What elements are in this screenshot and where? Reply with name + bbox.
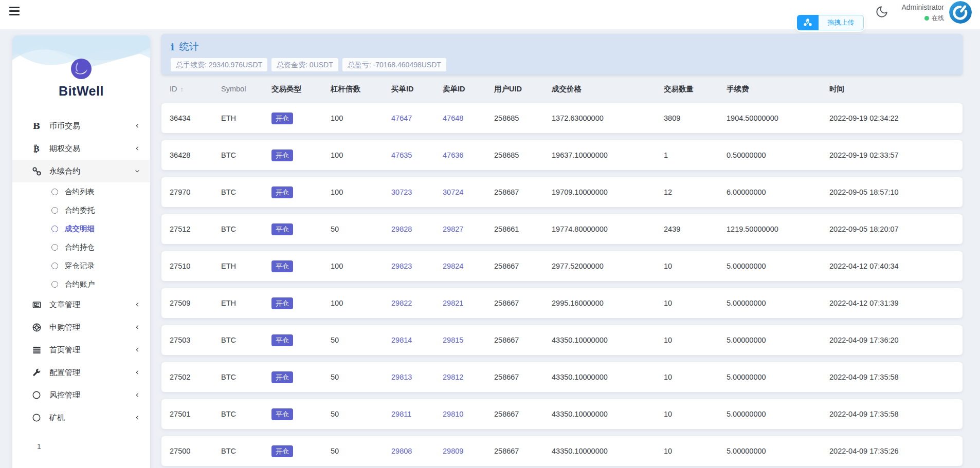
sidebar-item-label: 永续合约 bbox=[49, 166, 134, 176]
cell-trade-type: 平仓 bbox=[271, 260, 331, 272]
cell-sell-id-link[interactable]: 29824 bbox=[443, 262, 494, 270]
cell-trade-type: 开仓 bbox=[271, 149, 331, 161]
cell-uid: 258667 bbox=[494, 299, 552, 307]
sidebar-item-articles[interactable]: 文章管理 bbox=[12, 293, 150, 316]
sidebar-item-risk[interactable]: 风控管理 bbox=[12, 384, 150, 406]
online-status-dot bbox=[924, 16, 929, 21]
column-header-uid: 用户UID bbox=[494, 84, 552, 94]
table-row: 27970 BTC 开仓 100 30723 30724 258687 1970… bbox=[161, 177, 963, 207]
wrench-icon bbox=[31, 368, 42, 377]
cell-leverage: 50 bbox=[331, 336, 391, 344]
cell-sell-id-link[interactable]: 29809 bbox=[443, 447, 494, 455]
sidebar-subitem-contract-orders[interactable]: 合约委托 bbox=[12, 201, 150, 219]
sidebar-item-coin-trade[interactable]: B 币币交易 bbox=[12, 115, 150, 137]
chevron-left-icon bbox=[134, 369, 141, 376]
sidebar-item-label: 币币交易 bbox=[49, 121, 134, 131]
stacked-lines-icon bbox=[31, 345, 42, 355]
newspaper-icon bbox=[31, 300, 42, 310]
user-block[interactable]: Administrator 在线 bbox=[902, 3, 944, 23]
cell-buy-id-link[interactable]: 29813 bbox=[391, 373, 443, 381]
cell-time: 2022-04-12 07:40:34 bbox=[829, 262, 954, 270]
cell-time: 2022-09-05 18:20:07 bbox=[829, 225, 954, 233]
cell-sell-id-link[interactable]: 47636 bbox=[443, 151, 494, 159]
trade-type-badge: 平仓 bbox=[271, 408, 293, 420]
sidebar-subitem-trade-details[interactable]: 成交明细 bbox=[12, 219, 150, 238]
cell-symbol: BTC bbox=[221, 410, 271, 418]
cell-time: 2022-04-09 17:35:26 bbox=[829, 447, 954, 455]
cell-sell-id-link[interactable]: 47648 bbox=[443, 114, 494, 122]
cell-buy-id-link[interactable]: 29808 bbox=[391, 447, 443, 455]
cell-id: 27503 bbox=[170, 336, 221, 344]
sidebar-item-label: 风控管理 bbox=[49, 390, 134, 400]
sidebar-item-config[interactable]: 配置管理 bbox=[12, 361, 150, 384]
stat-total-pnl: 总盈亏: -70168.460498USDT bbox=[342, 58, 446, 71]
cell-buy-id-link[interactable]: 47647 bbox=[391, 114, 443, 122]
info-icon: i bbox=[171, 42, 174, 52]
table-row: 27502 BTC 开仓 50 29813 29812 258667 43350… bbox=[161, 362, 963, 392]
drag-upload-widget[interactable]: 拖拽上传 bbox=[797, 15, 864, 30]
sidebar-item-options-trade[interactable]: ₿ 期权交易 bbox=[12, 137, 150, 160]
cell-amount: 2439 bbox=[664, 225, 727, 233]
user-name: Administrator bbox=[902, 3, 944, 11]
avatar[interactable] bbox=[949, 1, 972, 24]
cell-price: 19774.80000000 bbox=[552, 225, 664, 233]
hamburger-menu-icon[interactable] bbox=[9, 7, 21, 16]
cell-sell-id-link[interactable]: 29821 bbox=[443, 299, 494, 307]
chevron-left-icon bbox=[134, 122, 141, 129]
column-header-amount: 交易数量 bbox=[664, 84, 727, 94]
cell-time: 2022-09-19 02:33:57 bbox=[829, 151, 954, 159]
cell-id: 36428 bbox=[170, 151, 221, 159]
sidebar-item-miner[interactable]: 矿机 bbox=[12, 406, 150, 429]
cell-sell-id-link[interactable]: 29827 bbox=[443, 225, 494, 233]
cell-buy-id-link[interactable]: 29828 bbox=[391, 225, 443, 233]
cell-fee: 5.00000000 bbox=[727, 410, 829, 418]
cell-trade-type: 开仓 bbox=[271, 113, 331, 124]
sidebar-item-homepage[interactable]: 首页管理 bbox=[12, 339, 150, 361]
cell-time: 2022-09-05 18:57:10 bbox=[829, 188, 954, 196]
sidebar-subitem-contract-positions[interactable]: 合约持仓 bbox=[12, 238, 150, 256]
cell-trade-type: 开仓 bbox=[271, 371, 331, 383]
cell-uid: 258687 bbox=[494, 188, 552, 196]
cell-amount: 10 bbox=[664, 336, 727, 344]
stat-total-fee: 总手续费: 29340.976USDT bbox=[171, 58, 267, 71]
sidebar-subitem-contract-list[interactable]: 合约列表 bbox=[12, 182, 150, 201]
cell-buy-id-link[interactable]: 29822 bbox=[391, 299, 443, 307]
cell-fee: 5.00000000 bbox=[727, 262, 829, 270]
moon-icon[interactable] bbox=[875, 5, 888, 18]
cell-buy-id-link[interactable]: 47635 bbox=[391, 151, 443, 159]
cell-buy-id-link[interactable]: 29823 bbox=[391, 262, 443, 270]
cell-buy-id-link[interactable]: 30723 bbox=[391, 188, 443, 196]
cell-sell-id-link[interactable]: 29812 bbox=[443, 373, 494, 381]
trade-type-badge: 开仓 bbox=[271, 149, 293, 161]
cell-leverage: 100 bbox=[331, 151, 391, 159]
cell-buy-id-link[interactable]: 29814 bbox=[391, 336, 443, 344]
cell-price: 2995.16000000 bbox=[552, 299, 664, 307]
cell-sell-id-link[interactable]: 29815 bbox=[443, 336, 494, 344]
cell-sell-id-link[interactable]: 29810 bbox=[443, 410, 494, 418]
sidebar-subitem-contract-accounts[interactable]: 合约账户 bbox=[12, 275, 150, 293]
sidebar-subitem-liquidation-records[interactable]: 穿仓记录 bbox=[12, 256, 150, 275]
cell-fee: 5.00000000 bbox=[727, 336, 829, 344]
sidebar-item-subscription[interactable]: 申购管理 bbox=[12, 316, 150, 339]
cell-symbol: BTC bbox=[221, 447, 271, 455]
perpetual-submenu: 合约列表 合约委托 成交明细 合约持仓 穿仓记录 合约账户 bbox=[12, 182, 150, 293]
cell-sell-id-link[interactable]: 30724 bbox=[443, 188, 494, 196]
column-header-id[interactable]: ID↑ bbox=[170, 85, 221, 93]
drag-upload-label[interactable]: 拖拽上传 bbox=[819, 15, 864, 30]
bitwell-logo-icon bbox=[70, 58, 92, 80]
column-header-time: 时间 bbox=[829, 84, 954, 94]
cell-price: 1372.63000000 bbox=[552, 114, 664, 122]
trade-type-badge: 开仓 bbox=[271, 371, 293, 383]
sidebar-page-number[interactable]: 1 bbox=[12, 442, 150, 451]
table-row: 27512 BTC 平仓 50 29828 29827 258661 19774… bbox=[161, 214, 963, 244]
sidebar-item-perpetual[interactable]: 永续合约 bbox=[12, 160, 150, 182]
circle-icon bbox=[31, 413, 42, 422]
cell-price: 2977.52000000 bbox=[552, 262, 664, 270]
cell-buy-id-link[interactable]: 29811 bbox=[391, 410, 443, 418]
cell-uid: 258661 bbox=[494, 225, 552, 233]
radio-ring-icon bbox=[51, 244, 58, 251]
subitem-label: 成交明细 bbox=[65, 224, 95, 234]
sidebar: BitWell B 币币交易 ₿ 期权交易 永续合约 合约列表 bbox=[12, 35, 150, 468]
cell-fee: 5.00000000 bbox=[727, 447, 829, 455]
brand-name: BitWell bbox=[12, 84, 150, 99]
